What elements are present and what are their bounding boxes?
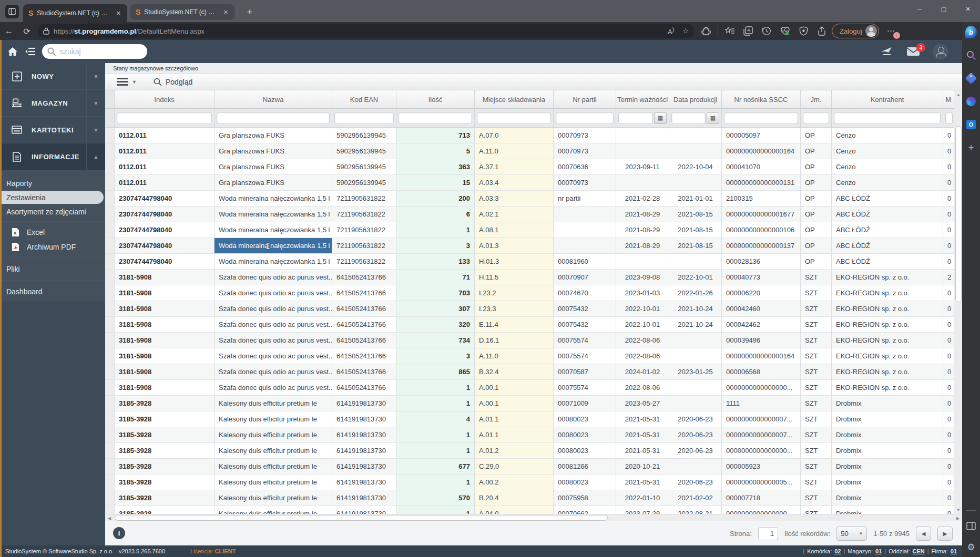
table-cell[interactable]: Szafa donec quis odio ac purus vest... xyxy=(215,301,332,317)
table-cell[interactable]: A.08.1 xyxy=(475,222,554,238)
table-cell[interactable]: 0112.011 xyxy=(115,128,215,143)
table-cell[interactable]: Gra planszowa FUKS xyxy=(215,143,332,159)
table-cell[interactable]: Szafa donec quis odio ac purus vest... xyxy=(215,333,332,348)
table-cell[interactable]: 6415052413766 xyxy=(332,317,396,333)
table-cell[interactable]: 2023-07-29 xyxy=(616,506,669,514)
table-cell[interactable]: 3181-5908 xyxy=(115,348,215,364)
table-cell[interactable]: 0 xyxy=(943,380,954,396)
table-cell[interactable]: 0000000000000000... xyxy=(722,380,801,396)
table-cell[interactable]: 0 xyxy=(943,143,954,159)
table-cell[interactable]: 3181-5908 xyxy=(115,333,215,348)
table-cell[interactable]: A.03.4 xyxy=(475,175,554,191)
table-cell[interactable]: 3185-3928 xyxy=(115,506,215,514)
table-cell[interactable]: E.11.4 xyxy=(475,317,554,333)
table-cell[interactable]: 0 xyxy=(943,475,954,490)
table-cell[interactable]: 1 xyxy=(396,427,475,443)
table-cell[interactable] xyxy=(669,128,722,143)
filter-input[interactable] xyxy=(334,112,394,124)
table-cell[interactable]: OP xyxy=(801,128,832,143)
table-cell[interactable]: 000042460 xyxy=(722,301,801,317)
table-cell[interactable]: 1 xyxy=(396,443,475,459)
table-cell[interactable]: A.37.1 xyxy=(475,159,554,175)
table-cell[interactable]: 0000000000000005... xyxy=(722,475,801,490)
table-cell[interactable]: 6141919813730 xyxy=(332,411,396,427)
table-cell[interactable]: 000000000000000131 xyxy=(722,175,801,191)
column-header[interactable]: Indeks xyxy=(115,90,215,109)
table-cell[interactable]: ABC ŁÓDŹ xyxy=(832,254,943,270)
table-cell[interactable]: 3185-3928 xyxy=(115,411,215,427)
history-icon[interactable] xyxy=(760,24,773,38)
table-cell[interactable]: Szafa donec quis odio ac purus vest... xyxy=(215,317,332,333)
table-cell[interactable]: 00081960 xyxy=(554,254,616,270)
table-cell[interactable]: 3 xyxy=(396,348,475,364)
table-cell[interactable]: Drobmix xyxy=(832,490,943,506)
filter-input[interactable] xyxy=(618,112,653,124)
browser-tab-2[interactable]: S StudioSystem.NET (c) SoftwareSt ✕ xyxy=(130,4,234,20)
table-cell[interactable]: Kalesony duis efficitur pretium le xyxy=(215,475,332,490)
table-cell[interactable]: D.16.1 xyxy=(475,333,554,348)
table-cell[interactable]: A.03.3 xyxy=(475,191,554,207)
horizontal-scrollbar[interactable]: ◀ ▶ xyxy=(105,514,962,521)
submenu-item-asortyment[interactable]: Asortyment ze zdjęciami xyxy=(0,205,105,218)
table-cell[interactable] xyxy=(554,222,616,238)
table-cell[interactable]: 3181-5908 xyxy=(115,285,215,301)
table-cell[interactable]: 1 xyxy=(396,475,475,490)
table-cell[interactable]: I.23.2 xyxy=(475,285,554,301)
web-capture-icon[interactable] xyxy=(797,24,810,38)
table-cell[interactable]: H.11.5 xyxy=(475,270,554,285)
table-cell[interactable]: 2021-08-29 xyxy=(616,207,669,222)
chevron-up-icon[interactable]: ▲ xyxy=(86,143,105,170)
table-cell[interactable] xyxy=(669,254,722,270)
filter-input[interactable] xyxy=(477,112,551,124)
table-cell[interactable]: A.01.1 xyxy=(475,427,554,443)
table-cell[interactable]: SZT xyxy=(801,490,832,506)
table-row[interactable]: 3181-5908Szafa donec quis odio ac purus … xyxy=(105,301,962,317)
table-cell[interactable]: 2021-01-01 xyxy=(669,191,722,207)
table-cell[interactable]: 6415052413766 xyxy=(332,333,396,348)
table-cell[interactable]: A.00.1 xyxy=(475,396,554,411)
table-cell[interactable]: 0 xyxy=(943,222,954,238)
table-cell[interactable]: 0 xyxy=(943,128,954,143)
table-cell[interactable]: 2022-08-21 xyxy=(669,506,722,514)
table-cell[interactable]: 0 xyxy=(943,159,954,175)
table-cell[interactable]: EKO-REGION sp. z o.o. xyxy=(832,380,943,396)
table-cell[interactable]: 000005097 xyxy=(722,128,801,143)
microsoft-365-icon[interactable] xyxy=(965,96,977,107)
table-cell[interactable]: 6415052413766 xyxy=(332,348,396,364)
table-cell[interactable]: 3181-5908 xyxy=(115,380,215,396)
filter-input[interactable] xyxy=(671,112,706,124)
table-row[interactable]: 23074744798040Woda mineralna nałęczowian… xyxy=(105,238,962,254)
table-cell[interactable]: 00070636 xyxy=(554,159,616,175)
table-cell[interactable]: 00080023 xyxy=(554,443,616,459)
table-row[interactable]: 3185-3928Kalesony duis efficitur pretium… xyxy=(105,490,962,506)
table-cell[interactable]: 4 xyxy=(396,411,475,427)
table-cell[interactable]: 6415052413766 xyxy=(332,285,396,301)
table-cell[interactable]: Kalesony duis efficitur pretium le xyxy=(215,411,332,427)
table-cell[interactable]: 2 xyxy=(943,270,954,285)
sidebar-item-archiwum-pdf[interactable]: Archiwum PDF xyxy=(0,240,105,254)
column-header[interactable]: Termin ważności xyxy=(616,90,669,109)
table-row[interactable]: 3185-3928Kalesony duis efficitur pretium… xyxy=(105,475,962,490)
table-cell[interactable]: 6415052413766 xyxy=(332,364,396,380)
table-cell[interactable]: 2022-08-06 xyxy=(616,348,669,364)
table-cell[interactable]: 320 xyxy=(396,317,475,333)
table-cell[interactable]: 2022-01-26 xyxy=(669,285,722,301)
table-cell[interactable]: 6141919813730 xyxy=(332,490,396,506)
table-row[interactable]: 23074744798040Woda mineralna nałęczowian… xyxy=(105,222,962,238)
table-cell[interactable]: SZT xyxy=(801,443,832,459)
table-cell[interactable]: 0 xyxy=(943,396,954,411)
table-cell[interactable]: 6141919813730 xyxy=(332,459,396,475)
table-cell[interactable]: 5902956139945 xyxy=(332,159,396,175)
table-cell[interactable]: 6141919813730 xyxy=(332,506,396,514)
table-cell[interactable]: 15 xyxy=(396,175,475,191)
sidebar-pane-icon[interactable] xyxy=(965,520,977,532)
sidebar-item-magazyn[interactable]: MAGAZYN ▼ xyxy=(0,90,105,117)
table-cell[interactable]: Szafa donec quis odio ac purus vest... xyxy=(215,380,332,396)
table-cell[interactable]: 1 xyxy=(396,396,475,411)
table-cell[interactable]: Drobmix xyxy=(832,427,943,443)
table-cell[interactable]: B.20.4 xyxy=(475,490,554,506)
table-cell[interactable]: 2021-10-24 xyxy=(669,317,722,333)
grid-menu-icon[interactable] xyxy=(117,78,128,86)
column-header[interactable]: Ilość xyxy=(396,90,475,109)
collections-icon[interactable] xyxy=(741,24,755,38)
